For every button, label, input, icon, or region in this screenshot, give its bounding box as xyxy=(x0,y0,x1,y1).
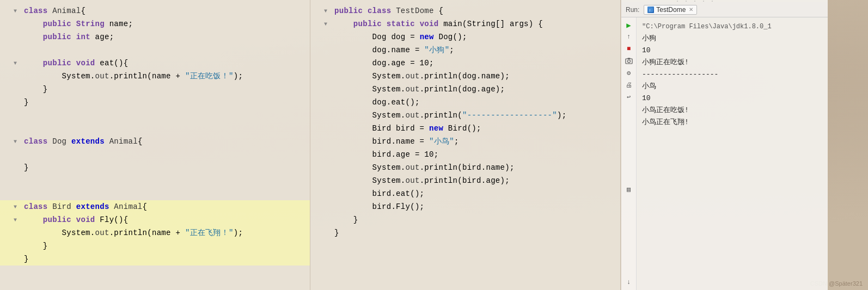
up-button[interactable]: ↑ xyxy=(624,32,634,42)
code-line: bird.age = 10; xyxy=(310,148,620,161)
svg-rect-4 xyxy=(627,58,630,59)
code-line-highlighted: } xyxy=(0,252,310,266)
run-button[interactable]: ▶ xyxy=(624,20,634,30)
code-line-highlighted: ▼ class Bird extends Animal{ xyxy=(0,200,310,213)
fold-arrow[interactable]: ▼ xyxy=(322,21,329,27)
code-line: bird.name = "小鸟"; xyxy=(310,135,620,148)
fold-arrow[interactable]: ▼ xyxy=(12,8,19,14)
run-label: Run: xyxy=(626,6,639,14)
run-output: "C:\Program Files\Java\jdk1.8.0_1 小狗 10 … xyxy=(637,17,828,290)
code-line-highlighted: } xyxy=(0,239,310,252)
stop-button[interactable]: ■ xyxy=(624,44,634,54)
code-line: ▼ public void eat(){ xyxy=(0,57,310,70)
code-text: class Animal{ xyxy=(22,5,310,17)
code-text: bird.Fly(); xyxy=(332,201,620,213)
code-text xyxy=(22,175,310,187)
code-line: System.out.println("------------------")… xyxy=(310,109,620,122)
code-text: public int age; xyxy=(22,31,310,43)
output-line: 小鸟正在飞翔! xyxy=(642,116,822,128)
code-text: bird.eat(); xyxy=(332,188,620,200)
code-text: System.out.println(dog.name); xyxy=(332,70,620,82)
camera-button[interactable] xyxy=(624,55,634,66)
code-text: dog.name = "小狗"; xyxy=(332,44,620,56)
code-line: System.out.println(dog.age); xyxy=(310,83,620,96)
code-line: dog.name = "小狗"; xyxy=(310,44,620,57)
code-text: Bird bird = new Bird(); xyxy=(332,122,620,134)
code-text: public void eat(){ xyxy=(22,57,310,69)
code-line: } xyxy=(0,83,310,96)
run-tab[interactable]: J TestDome ✕ xyxy=(644,5,697,15)
code-line: dog.age = 10; xyxy=(310,57,620,70)
line-gutter: ▼ xyxy=(0,217,22,223)
expand-button[interactable]: ▤ xyxy=(624,184,634,195)
line-gutter: ▼ xyxy=(0,8,22,14)
code-text: } xyxy=(22,162,310,174)
fold-arrow[interactable]: ▼ xyxy=(12,203,19,210)
code-line: ▼ public class TestDome { xyxy=(310,4,620,17)
code-text: } xyxy=(332,214,620,226)
code-text: dog.eat(); xyxy=(332,96,620,108)
fold-arrow[interactable]: ▼ xyxy=(322,8,329,14)
code-text: Dog dog = new Dog(); xyxy=(332,31,620,43)
code-text: System.out.println(bird.age); xyxy=(332,175,620,187)
output-line: "C:\Program Files\Java\jdk1.8.0_1 xyxy=(642,21,822,33)
code-line: bird.eat(); xyxy=(310,187,620,200)
code-text: public class TestDome { xyxy=(332,5,620,17)
output-line: 小狗 xyxy=(642,33,822,45)
svg-point-3 xyxy=(627,60,630,63)
code-line: bird.Fly(); xyxy=(310,200,620,213)
svg-rect-2 xyxy=(626,59,632,64)
fold-arrow[interactable]: ▼ xyxy=(12,217,19,223)
code-line xyxy=(0,148,310,161)
middle-code-panel: ▼ public class TestDome { ▼ public stati… xyxy=(310,0,621,290)
run-toolbar: ▶ ↑ ■ ⚙ 🖨 ↩ ▤ ↓ xyxy=(621,17,637,290)
fold-arrow[interactable]: ▼ xyxy=(12,60,19,66)
code-text: System.out.println(bird.name); xyxy=(332,162,620,174)
line-gutter: ▼ xyxy=(310,8,332,14)
code-line: public int age; xyxy=(0,30,310,44)
code-text: bird.age = 10; xyxy=(332,149,620,161)
tab-icon: J xyxy=(647,7,654,13)
line-gutter: ▼ xyxy=(310,21,332,27)
run-body: ▶ ↑ ■ ⚙ 🖨 ↩ ▤ ↓ " xyxy=(621,17,828,290)
back-button[interactable]: ↩ xyxy=(624,91,634,102)
code-line-highlighted: ▼ public void Fly(){ xyxy=(0,213,310,226)
code-text: System.out.println(name + "正在吃饭！"); xyxy=(22,70,310,82)
code-text: bird.name = "小鸟"; xyxy=(332,135,620,147)
left-code-panel: ▼ class Animal{ public String name; publ… xyxy=(0,0,310,290)
code-text xyxy=(22,149,310,161)
code-line: ▼ public static void main(String[] args)… xyxy=(310,17,620,30)
code-line: } xyxy=(0,96,310,109)
code-line: } xyxy=(0,161,310,174)
code-text: } xyxy=(332,227,620,239)
print-button[interactable]: 🖨 xyxy=(624,79,634,90)
code-line xyxy=(0,122,310,135)
tab-close-button[interactable]: ✕ xyxy=(689,7,693,13)
tab-name: TestDome xyxy=(656,6,686,14)
output-line: ------------------ xyxy=(642,69,822,81)
code-line: System.out.println(dog.name); xyxy=(310,70,620,83)
code-text xyxy=(22,188,310,200)
code-text: } xyxy=(22,240,310,252)
code-text: } xyxy=(22,253,310,265)
code-text: public void Fly(){ xyxy=(22,214,310,226)
output-line: 10 xyxy=(642,45,822,57)
output-line: 10 xyxy=(642,92,822,104)
code-text: public String name; xyxy=(22,18,310,30)
code-line: public String name; xyxy=(0,17,310,30)
code-line: Dog dog = new Dog(); xyxy=(310,30,620,44)
fold-arrow[interactable]: ▼ xyxy=(12,138,19,145)
code-text: class Dog extends Animal{ xyxy=(22,135,310,147)
code-line xyxy=(0,174,310,187)
code-text xyxy=(22,44,310,56)
code-text: dog.age = 10; xyxy=(332,57,620,69)
down-arrow-button[interactable]: ↓ xyxy=(624,277,634,288)
settings-button[interactable]: ⚙ xyxy=(624,67,634,78)
line-gutter: ▼ xyxy=(0,203,22,210)
code-line: System.out.println(bird.age); xyxy=(310,174,620,187)
code-line xyxy=(0,109,310,122)
code-text: System.out.println("------------------")… xyxy=(332,109,620,121)
code-text: System.out.println(dog.age); xyxy=(332,83,620,95)
code-text xyxy=(22,122,310,134)
code-text: System.out.println(name + "正在飞翔！"); xyxy=(22,227,310,239)
